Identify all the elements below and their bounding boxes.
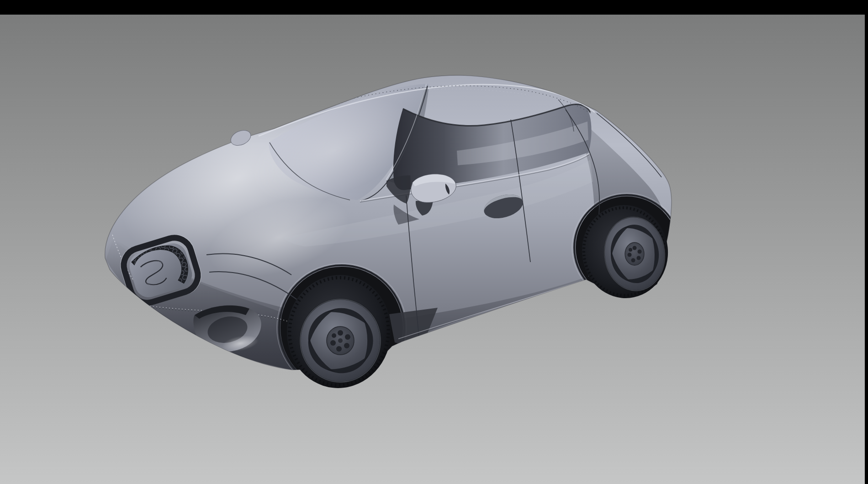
car-render-scene [0,0,868,484]
letterbox-top-bar [0,0,868,15]
letterbox-right-bar [865,0,868,484]
render-stage [0,0,868,484]
front-center-cap [338,338,343,343]
